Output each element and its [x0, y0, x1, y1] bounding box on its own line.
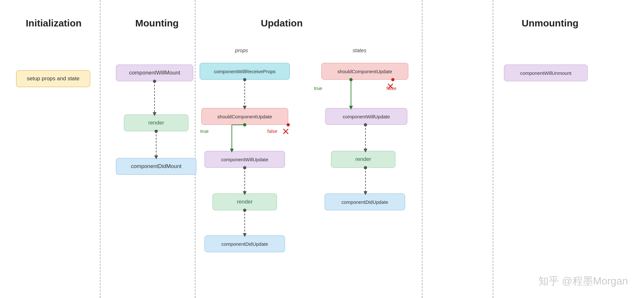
node-render-props: render [213, 194, 277, 210]
node-componentDidMount: componentDidMount [116, 158, 196, 175]
label-false-props: false [267, 128, 278, 134]
node-componentWillMount: componentWillMount [116, 65, 193, 81]
node-shouldComponentUpdate-states: shouldComponentUpdate [321, 63, 408, 80]
title-initialization: Initialization [26, 18, 81, 29]
node-componentWillUpdate-states: componentWillUpdate [325, 108, 407, 125]
node-componentWillUpdate-props: componentWillUpdate [204, 151, 285, 168]
sub-label-states: states [353, 48, 366, 54]
connector-lines [0, 0, 644, 298]
node-componentDidUpdate-states: componentDidUpdate [325, 194, 405, 210]
label-true-states: true [314, 85, 322, 91]
divider-3 [422, 0, 422, 298]
label-true-props: true [200, 128, 209, 134]
diagram-area: Initialization Mounting Updation Unmount… [0, 0, 644, 298]
node-render-mount: render [124, 114, 188, 131]
sub-label-props: props [235, 48, 248, 54]
node-componentDidUpdate-props: componentDidUpdate [204, 235, 285, 252]
title-unmounting: Unmounting [522, 18, 579, 29]
node-shouldComponentUpdate-props: shouldComponentUpdate [201, 108, 288, 125]
node-componentWillUnmount: componentWillUnmount [504, 65, 588, 81]
divider-4 [493, 0, 493, 298]
node-setup-props-state: setup props and state [16, 70, 90, 87]
title-updation: Updation [261, 18, 303, 29]
node-render-states: render [331, 151, 395, 168]
node-componentWillReceiveProps: componentWillReceiveProps [200, 63, 290, 80]
divider-1 [100, 0, 100, 298]
svg-line-15 [283, 129, 288, 134]
divider-2 [195, 0, 195, 298]
svg-line-14 [283, 129, 288, 134]
title-mounting: Mounting [135, 18, 179, 29]
label-false-states: false [386, 85, 397, 91]
watermark: 知乎 @程墨Morgan [538, 274, 628, 288]
